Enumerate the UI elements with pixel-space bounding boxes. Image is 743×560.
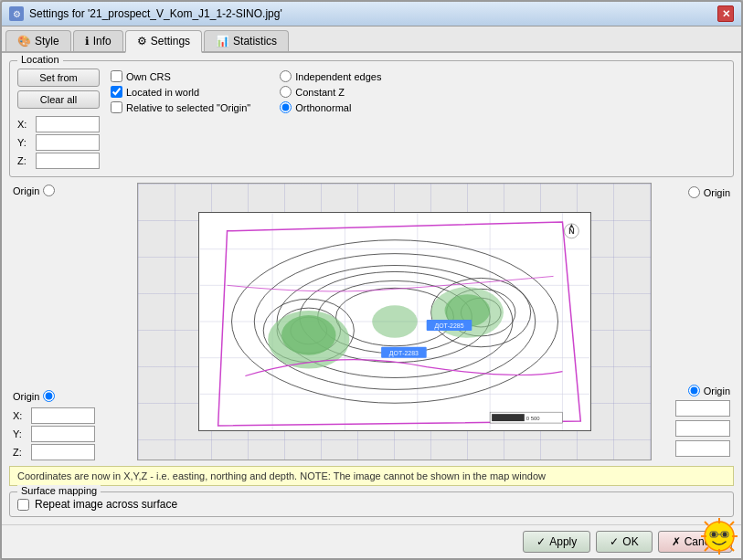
origin-top-row: Origin: [13, 183, 133, 198]
x-right-input[interactable]: [675, 400, 730, 417]
map-area-container: Origin Origin X: Y:: [9, 183, 734, 460]
svg-text:ДОТ-2283: ДОТ-2283: [388, 350, 418, 357]
repeat-image-label: Repeat image across surface: [35, 498, 177, 511]
y-right-input[interactable]: [675, 420, 730, 437]
set-from-button[interactable]: Set from: [17, 69, 100, 87]
x-label-top: X:: [17, 119, 32, 130]
svg-point-49: [723, 533, 727, 537]
x-bottom-input[interactable]: [31, 407, 95, 424]
y-input-top[interactable]: [36, 134, 100, 151]
repeat-image-checkbox[interactable]: [17, 499, 29, 511]
own-crs-checkbox[interactable]: [111, 70, 122, 82]
checkboxes-col: Own CRS Located in world Relative to sel…: [111, 69, 250, 169]
svg-line-44: [705, 522, 708, 525]
left-side-panel: Origin Origin X: Y:: [9, 183, 137, 460]
surface-mapping-section: Surface mapping Repeat image across surf…: [9, 491, 734, 517]
tab-settings-label: Settings: [151, 35, 190, 48]
footer: ✓ Apply ✓ OK ✗ Cancel: [2, 524, 741, 558]
location-buttons: Set from Clear all X: Y: Z:: [17, 69, 100, 169]
x-input-top[interactable]: [36, 116, 100, 132]
tab-info-label: Info: [93, 35, 111, 48]
origin-bottom-right-label: Origin: [704, 386, 730, 396]
constant-z-radio[interactable]: [280, 86, 292, 98]
z-input-top[interactable]: [36, 153, 100, 169]
independent-edges-label: Independent edges: [295, 71, 381, 82]
ok-label: OK: [622, 535, 638, 548]
origin-top-right-label: Origin: [704, 187, 730, 198]
y-bottom-input[interactable]: [31, 426, 95, 442]
tab-style[interactable]: 🎨 Style: [5, 30, 71, 51]
origin-top-label: Origin: [13, 185, 39, 196]
radio-col: Independent edges Constant Z Orthonormal: [280, 69, 381, 169]
window-title: Settings for '21_prospect_V_Kom_J1_1-2-S…: [29, 7, 282, 20]
relative-to-origin-label: Relative to selected "Origin": [126, 102, 250, 113]
statistics-tab-icon: 📊: [216, 35, 229, 48]
own-crs-label: Own CRS: [126, 71, 171, 82]
ok-check-icon: ✓: [610, 535, 619, 548]
origin-top-right-radio[interactable]: [688, 186, 700, 198]
origin-bottom-section: Origin X: Y: Z:: [13, 388, 133, 460]
y-bottom-label: Y:: [13, 428, 27, 439]
z-bottom-input[interactable]: [31, 444, 95, 460]
style-tab-icon: 🎨: [17, 35, 31, 48]
location-section: Location Set from Clear all X: Y:: [9, 60, 734, 177]
origin-top-radio[interactable]: [43, 185, 55, 196]
note-box: Coordinates are now in X,Y,Z - i.e. east…: [9, 466, 734, 486]
cancel-x-icon: ✗: [672, 535, 681, 548]
note-text: Coordinates are now in X,Y,Z - i.e. east…: [17, 470, 546, 481]
topo-map-svg: ДОТ-2285 ДОТ-2283 0 500 N: [199, 213, 590, 430]
located-in-world-label: Located in world: [126, 87, 199, 98]
svg-line-47: [705, 547, 708, 551]
svg-point-28: [372, 305, 418, 338]
svg-point-48: [712, 533, 716, 537]
independent-edges-radio[interactable]: [280, 70, 292, 82]
svg-rect-34: [492, 414, 525, 421]
y-label-top: Y:: [17, 137, 32, 148]
origin-bottom-right-radio[interactable]: [688, 385, 700, 396]
svg-point-39: [705, 522, 734, 551]
svg-line-45: [730, 547, 734, 551]
origin-bottom-label: Origin: [13, 391, 39, 402]
close-button[interactable]: ✕: [717, 5, 734, 22]
apply-check-icon: ✓: [536, 535, 546, 548]
main-content: Location Set from Clear all X: Y:: [2, 53, 741, 524]
right-xyz-bottom: Origin: [675, 385, 730, 457]
svg-text:0    500: 0 500: [525, 416, 540, 421]
apply-label: Apply: [549, 535, 577, 548]
constant-z-label: Constant Z: [295, 87, 345, 98]
map-image: ДОТ-2285 ДОТ-2283 0 500 N: [198, 212, 591, 431]
main-window: ⚙ Settings for '21_prospect_V_Kom_J1_1-2…: [0, 0, 743, 560]
right-side-panel: Origin Origin: [652, 183, 734, 460]
svg-point-25: [281, 315, 336, 355]
svg-line-46: [730, 522, 734, 525]
tab-info[interactable]: ℹ Info: [73, 30, 123, 51]
origin-bottom-row: Origin: [13, 388, 133, 404]
svg-text:ДОТ-2285: ДОТ-2285: [434, 322, 463, 330]
xyz-bottom-col: X: Y: Z:: [13, 407, 133, 460]
origin-top-right: Origin: [688, 186, 730, 198]
surface-mapping-label: Surface mapping: [17, 485, 101, 496]
clear-all-button[interactable]: Clear all: [17, 90, 100, 109]
orthonormal-label: Orthonormal: [295, 102, 351, 113]
tab-settings[interactable]: ⚙ Settings: [125, 30, 202, 53]
origin-bottom-right: Origin: [688, 385, 730, 396]
origin-bottom-radio[interactable]: [43, 390, 55, 402]
z-label-top: Z:: [17, 155, 32, 166]
located-in-world-checkbox[interactable]: [111, 86, 122, 98]
z-bottom-label: Z:: [13, 447, 27, 458]
location-label: Location: [17, 54, 63, 65]
window-icon: ⚙: [9, 6, 24, 21]
svg-text:N: N: [568, 227, 574, 236]
title-bar: ⚙ Settings for '21_prospect_V_Kom_J1_1-2…: [2, 2, 741, 26]
info-tab-icon: ℹ: [85, 35, 90, 48]
orthonormal-radio[interactable]: [280, 101, 292, 113]
settings-tab-icon: ⚙: [137, 35, 147, 48]
x-bottom-label: X:: [13, 410, 27, 421]
ok-button[interactable]: ✓ OK: [596, 531, 652, 553]
tab-statistics[interactable]: 📊 Statistics: [204, 30, 289, 51]
sun-mascot-icon: [697, 514, 741, 558]
map-container: ДОТ-2285 ДОТ-2283 0 500 N: [137, 183, 652, 460]
z-right-input[interactable]: [675, 440, 730, 457]
apply-button[interactable]: ✓ Apply: [523, 531, 590, 553]
relative-to-origin-checkbox[interactable]: [111, 101, 122, 113]
